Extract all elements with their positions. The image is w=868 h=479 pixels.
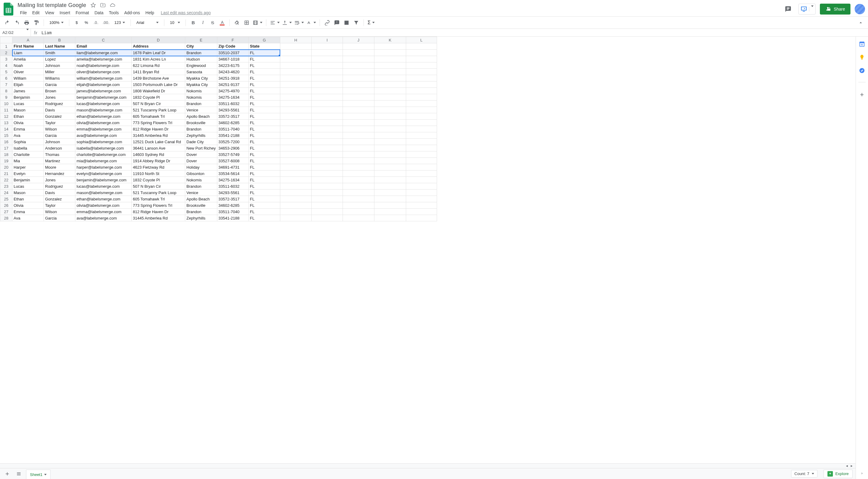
cell[interactable]	[406, 69, 437, 75]
cell[interactable]: lucas@labelsmerge.com	[75, 100, 132, 107]
row-header[interactable]: 3	[0, 56, 12, 62]
row-header[interactable]: 9	[0, 94, 12, 100]
row-header[interactable]: 16	[0, 139, 12, 145]
insert-chart-button[interactable]	[342, 19, 351, 27]
cell[interactable]	[280, 43, 311, 50]
add-sheet-button[interactable]	[3, 470, 11, 478]
menu-insert[interactable]: Insert	[57, 9, 73, 17]
cell[interactable]: FL	[248, 209, 280, 215]
cell[interactable]	[343, 177, 374, 183]
cell[interactable]	[406, 215, 437, 221]
cell[interactable]: Brandon	[185, 126, 217, 132]
cell[interactable]	[374, 69, 406, 75]
cell[interactable]: william@labelsmerge.com	[75, 75, 132, 82]
cell[interactable]: Nokomis	[185, 177, 217, 183]
nav-right-icon[interactable]: ►	[850, 464, 853, 468]
menu-data[interactable]: Data	[92, 9, 106, 17]
cell[interactable]: 33541-2188	[217, 215, 248, 221]
cell[interactable]	[406, 94, 437, 100]
cell[interactable]: Johnson	[44, 62, 75, 69]
cell[interactable]	[406, 43, 437, 50]
cell[interactable]: Harper	[12, 164, 44, 171]
cell[interactable]: 1808 Wakefield Dr	[132, 88, 185, 94]
cell[interactable]: Lucas	[12, 100, 44, 107]
cell[interactable]: 31445 Amberlea Rd	[132, 215, 185, 221]
cell[interactable]: 812 Ridge Haven Dr	[132, 126, 185, 132]
cell[interactable]	[311, 215, 343, 221]
cell[interactable]	[343, 183, 374, 189]
cell[interactable]: Thomas	[44, 151, 75, 158]
cell[interactable]	[280, 120, 311, 126]
cell[interactable]: FL	[248, 75, 280, 82]
cell[interactable]: Email	[75, 43, 132, 50]
formula-input[interactable]	[40, 29, 868, 36]
cell[interactable]: Johnson	[44, 139, 75, 145]
cell[interactable]: Noah	[12, 62, 44, 69]
cell[interactable]	[406, 120, 437, 126]
cell[interactable]: elijah@labelsmerge.com	[75, 82, 132, 88]
cell[interactable]: Charlotte	[12, 151, 44, 158]
cell[interactable]	[406, 196, 437, 202]
cell[interactable]: 605 Tomahawk Trl	[132, 196, 185, 202]
cell[interactable]	[406, 82, 437, 88]
cell[interactable]: Lucas	[12, 183, 44, 189]
paint-format-button[interactable]	[32, 19, 40, 27]
cell[interactable]: 34223-6175	[217, 62, 248, 69]
row-header[interactable]: 7	[0, 82, 12, 88]
cell[interactable]	[343, 132, 374, 139]
cell[interactable]: 1832 Coyote Pl	[132, 94, 185, 100]
cell[interactable]: Rodriguez	[44, 183, 75, 189]
cell[interactable]: William	[12, 75, 44, 82]
select-all-corner[interactable]	[0, 37, 12, 43]
cell[interactable]: Dade City	[185, 139, 217, 145]
cell[interactable]	[343, 151, 374, 158]
cell[interactable]: Apollo Beach	[185, 113, 217, 120]
star-icon[interactable]	[91, 2, 96, 8]
cell[interactable]	[343, 50, 374, 56]
cell[interactable]	[311, 177, 343, 183]
hide-side-panel-button[interactable]: ›	[861, 471, 863, 475]
cell[interactable]	[374, 202, 406, 209]
cell[interactable]: Gibsonton	[185, 171, 217, 177]
cell[interactable]: mason@labelsmerge.com	[75, 107, 132, 113]
cell[interactable]	[374, 75, 406, 82]
text-rotation-dropdown[interactable]	[306, 19, 317, 27]
number-format-dropdown[interactable]: 123	[112, 19, 128, 27]
cell[interactable]	[374, 145, 406, 151]
cell[interactable]: 34275-1634	[217, 94, 248, 100]
cell[interactable]: mia@labelsmerge.com	[75, 158, 132, 164]
cell[interactable]	[374, 94, 406, 100]
cell[interactable]: 773 Spring Flowers Trl	[132, 202, 185, 209]
row-header[interactable]: 24	[0, 189, 12, 196]
cell[interactable]	[374, 209, 406, 215]
col-header-K[interactable]: K	[374, 37, 406, 43]
cell[interactable]	[374, 50, 406, 56]
cell[interactable]	[311, 62, 343, 69]
cell[interactable]	[280, 132, 311, 139]
cell[interactable]: Ethan	[12, 196, 44, 202]
percent-button[interactable]: %	[82, 19, 91, 27]
cell[interactable]: Olivia	[12, 120, 44, 126]
cell[interactable]: Martinez	[44, 158, 75, 164]
cell[interactable]: isabella@labelsmerge.com	[75, 145, 132, 151]
undo-button[interactable]	[3, 19, 11, 27]
cell[interactable]: oliver@labelsmerge.com	[75, 69, 132, 75]
cell[interactable]: Brandon	[185, 209, 217, 215]
cell[interactable]: FL	[248, 69, 280, 75]
cell[interactable]: Apollo Beach	[185, 196, 217, 202]
fill-color-button[interactable]	[233, 19, 241, 27]
row-header[interactable]: 5	[0, 69, 12, 75]
cell[interactable]	[311, 202, 343, 209]
cell[interactable]: First Name	[12, 43, 44, 50]
cell[interactable]: 1832 Coyote Pl	[132, 177, 185, 183]
cell[interactable]: 34275-4970	[217, 88, 248, 94]
cell[interactable]: evelyn@labelsmerge.com	[75, 171, 132, 177]
cell[interactable]: Isabella	[12, 145, 44, 151]
cell[interactable]	[280, 145, 311, 151]
cell[interactable]	[343, 56, 374, 62]
cell[interactable]	[406, 209, 437, 215]
cell[interactable]: Venice	[185, 107, 217, 113]
cell[interactable]	[343, 113, 374, 120]
cell[interactable]: FL	[248, 151, 280, 158]
cell[interactable]: Brooksville	[185, 202, 217, 209]
